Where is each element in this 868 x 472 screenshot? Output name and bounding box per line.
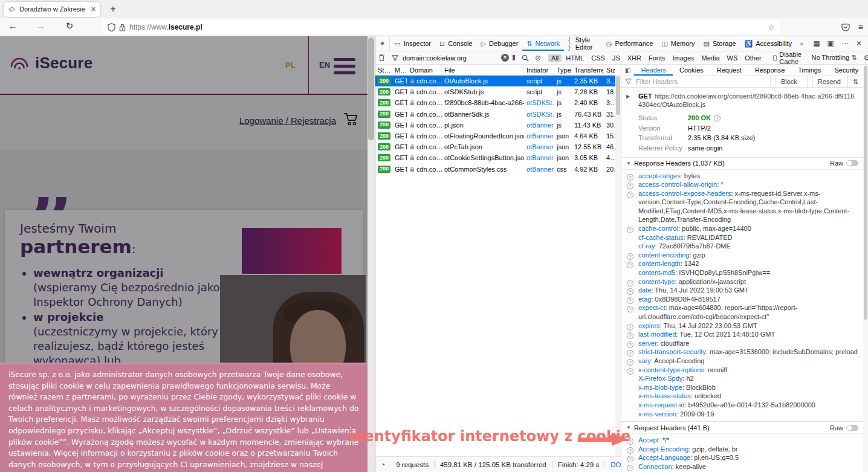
help-icon[interactable]: ?: [627, 350, 633, 357]
resend-button[interactable]: Resend⇅: [807, 76, 868, 87]
request-url-line[interactable]: ▶ GEThttps://cdn.cookielaw.org/consent/f…: [621, 88, 863, 112]
devtools-window-icon[interactable]: ▦: [813, 39, 820, 48]
column-header[interactable]: Type: [554, 65, 572, 75]
request-row[interactable]: 200 GET cdn.co… otPcTab.json otBanner… j…: [375, 141, 621, 152]
request-list-scrollbar[interactable]: [615, 76, 621, 456]
disclosure-triangle-icon[interactable]: ▶: [626, 92, 630, 101]
search-icon[interactable]: [522, 54, 529, 62]
devtools-tab[interactable]: ▭ Inspector: [390, 36, 435, 51]
request-list-scrollbar-thumb[interactable]: [616, 76, 620, 115]
raw-toggle[interactable]: [846, 425, 858, 431]
request-row[interactable]: 200 GET cdn.co… f2890bc8-88eb-4bac-a266-…: [375, 97, 621, 108]
type-filter-pill[interactable]: Media: [699, 54, 723, 62]
new-tab-button[interactable]: +: [110, 3, 116, 15]
help-icon[interactable]: ?: [627, 262, 633, 268]
devtools-tab[interactable]: { } Style Editor: [564, 36, 602, 51]
devtools-window-icon[interactable]: ▣: [828, 39, 834, 48]
forward-button[interactable]: →: [34, 21, 47, 31]
pocket-icon[interactable]: [841, 23, 850, 31]
request-row[interactable]: 200 GET cdn.co… OtAutoBlock.js script js…: [375, 76, 621, 86]
request-filter-input[interactable]: [401, 54, 498, 62]
column-header[interactable]: Initiator: [524, 65, 554, 75]
column-header[interactable]: M…: [392, 65, 407, 75]
help-icon[interactable]: ?: [627, 183, 633, 189]
details-tab[interactable]: Headers: [634, 65, 673, 76]
devtools-tab[interactable]: ▷ Debugger: [477, 36, 523, 51]
type-filter-pill[interactable]: All: [548, 54, 562, 62]
help-icon[interactable]: ?: [627, 368, 633, 375]
bookmark-star-icon[interactable]: ☆: [768, 23, 775, 32]
block-request-icon[interactable]: ⊘: [535, 54, 541, 62]
page-scrollbar[interactable]: [368, 36, 375, 472]
split-console-icon[interactable]: ◧: [621, 65, 634, 76]
type-filter-pill[interactable]: JS: [609, 54, 623, 62]
browser-tab[interactable]: Doradztwo w Zakresie Ochrony Dany ✕: [4, 2, 100, 17]
devtools-window-icon[interactable]: ⋯: [841, 39, 849, 48]
disable-cache-checkbox[interactable]: Disable Cache: [773, 51, 804, 65]
devtools-tab[interactable]: ♿ Accessibility: [740, 36, 796, 51]
request-row[interactable]: 200 GET cdn.co… otFloatingRoundedIcon.js…: [375, 131, 621, 141]
help-icon[interactable]: ?: [627, 456, 633, 462]
response-headers-header[interactable]: ▼ Response Headers (1.037 KB) Raw: [621, 157, 863, 170]
request-row[interactable]: 200 GET cdn.co… otCookieSettingsButton.j…: [375, 152, 621, 163]
request-row[interactable]: 200 GET cdn.co… otBannerSdk.js otSDKSt… …: [375, 109, 621, 120]
type-filter-pill[interactable]: Fonts: [646, 54, 669, 62]
clear-filter-icon[interactable]: ✕: [501, 54, 509, 62]
back-button[interactable]: ←: [6, 21, 19, 31]
help-icon[interactable]: ?: [627, 253, 633, 260]
help-icon[interactable]: ?: [627, 332, 633, 339]
element-picker-icon[interactable]: ⌖: [375, 36, 390, 51]
help-icon[interactable]: ?: [627, 341, 633, 348]
clear-requests-icon[interactable]: [378, 54, 385, 62]
column-header[interactable]: St…: [375, 65, 392, 75]
request-row[interactable]: 200 GET cdn.co… otSDKStub.js script js 7…: [375, 86, 621, 97]
details-tab[interactable]: Cookies: [673, 65, 710, 76]
url-bar[interactable]: https://www. isecure.pl ☆: [103, 20, 780, 34]
pause-traffic-icon[interactable]: [513, 55, 515, 60]
more-tabs-icon[interactable]: »: [796, 36, 807, 51]
request-filter[interactable]: ✕: [392, 54, 509, 62]
checkbox-icon[interactable]: [773, 55, 777, 61]
devtools-window-icon[interactable]: ✕: [856, 39, 862, 48]
request-row[interactable]: 200 GET cdn.co… pl.json otBanner… js 11.…: [375, 120, 621, 131]
request-row[interactable]: 200 GET cdn.co… otCommonStyles.css otBan…: [375, 164, 621, 175]
request-headers-header[interactable]: ▼ Request Headers (441 B) Raw: [621, 421, 863, 434]
details-scrollbar-thumb[interactable]: [864, 66, 867, 320]
block-url-button[interactable]: Block: [770, 76, 807, 87]
devtools-tab[interactable]: ⊡ Console: [435, 36, 477, 51]
type-filter-pill[interactable]: HTML: [563, 54, 587, 62]
type-filter-pill[interactable]: XHR: [624, 54, 644, 62]
help-icon[interactable]: ?: [627, 306, 633, 312]
column-header[interactable]: Transferred: [572, 65, 604, 75]
network-settings-gear-icon[interactable]: ⚙: [864, 53, 868, 62]
help-icon[interactable]: ?: [627, 280, 633, 286]
devtools-tab[interactable]: ◫ Memory: [657, 36, 699, 51]
type-filter-pill[interactable]: WS: [724, 54, 741, 62]
details-tab[interactable]: Security: [828, 65, 865, 76]
help-icon[interactable]: ?: [714, 115, 721, 121]
details-scrollbar[interactable]: [863, 65, 868, 472]
type-filter-pill[interactable]: Other: [742, 54, 765, 62]
help-icon[interactable]: ?: [627, 359, 633, 366]
tracking-shield-icon[interactable]: [108, 23, 115, 31]
column-header[interactable]: Domain: [407, 65, 442, 75]
help-icon[interactable]: ?: [627, 297, 633, 304]
column-header[interactable]: Size: [604, 65, 615, 75]
help-icon[interactable]: ?: [627, 324, 633, 331]
type-filter-pill[interactable]: CSS: [588, 54, 608, 62]
help-icon[interactable]: ?: [627, 174, 633, 181]
devtools-tab[interactable]: ⇅ Network: [522, 36, 564, 51]
page-scrollbar-thumb[interactable]: [368, 37, 374, 140]
help-icon[interactable]: ?: [627, 447, 633, 454]
tab-close-icon[interactable]: ✕: [91, 5, 96, 13]
details-tab[interactable]: Request: [710, 65, 748, 76]
reload-button[interactable]: ↻: [63, 21, 76, 31]
lock-icon[interactable]: [119, 24, 126, 31]
devtools-tab[interactable]: ▤ Storage: [699, 36, 740, 51]
help-icon[interactable]: ?: [627, 227, 633, 233]
help-icon[interactable]: ?: [627, 465, 633, 471]
raw-toggle[interactable]: [846, 160, 858, 166]
devtools-tab[interactable]: ◷ Performance: [602, 36, 658, 51]
throttling-dropdown[interactable]: No Throttling ⇅: [811, 54, 857, 62]
details-tab[interactable]: Timings: [791, 65, 828, 76]
